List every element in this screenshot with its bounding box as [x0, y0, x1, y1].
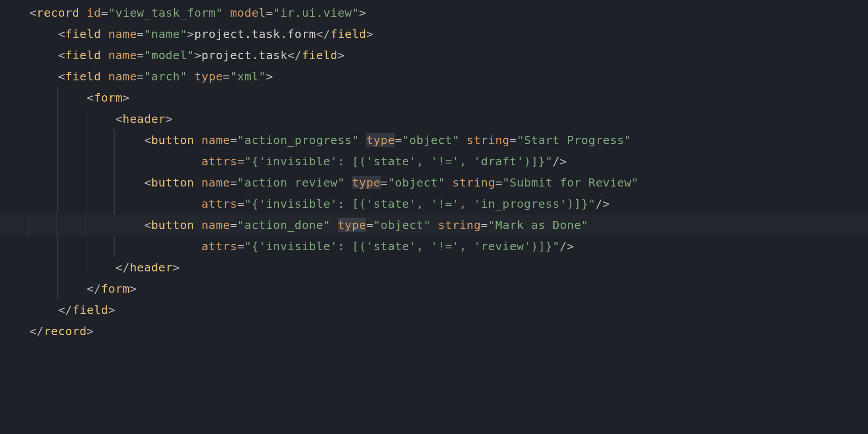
token-punc: <	[58, 27, 65, 41]
token-str: "model"	[144, 48, 194, 62]
token-punc: =	[237, 239, 245, 253]
token-punc: =	[237, 154, 245, 168]
code-line[interactable]: <field name="model">project.task</field>	[29, 45, 868, 66]
token-attr: string	[438, 218, 481, 232]
token-punc: <	[144, 176, 151, 189]
code-line[interactable]: attrs="{'invisible': [('state', '!=', 'i…	[29, 193, 868, 215]
code-line[interactable]: <record id="view_task_form" model="ir.ui…	[29, 2, 868, 23]
token-tag: field	[65, 27, 101, 41]
token-punc: >	[187, 27, 194, 41]
token-str: "action_review"	[237, 176, 345, 189]
token-attr: id	[87, 6, 101, 19]
token-punc: >	[266, 70, 273, 83]
token-punc: />	[560, 239, 574, 253]
token-attr: model	[230, 6, 266, 19]
token-punc: <	[115, 112, 123, 126]
token-punc: >	[165, 112, 173, 126]
token-str: "Start Progress"	[517, 133, 632, 147]
token-punc: </	[58, 303, 72, 317]
token-punc: =	[495, 176, 503, 189]
token-punc: =	[366, 218, 373, 232]
token-punc: <	[87, 91, 94, 104]
code-line[interactable]: </header>	[29, 257, 868, 278]
token-punc: =	[266, 6, 273, 19]
token-txt	[445, 176, 453, 189]
token-txt	[80, 6, 87, 19]
code-editor[interactable]: <record id="view_task_form" model="ir.ui…	[0, 0, 868, 342]
code-line[interactable]: <button name="action_review" type="objec…	[29, 172, 868, 193]
token-punc: >	[87, 324, 94, 338]
token-str: "action_progress"	[237, 133, 359, 147]
token-punc: =	[137, 70, 144, 83]
token-punc: </	[87, 282, 101, 295]
code-line[interactable]: </form>	[29, 278, 868, 299]
token-tag: field	[72, 303, 108, 317]
token-punc: =	[381, 176, 388, 189]
code-line[interactable]: </record>	[29, 321, 868, 342]
token-punc: >	[108, 303, 115, 317]
token-str: "{'invisible': [('state', '!=', 'in_prog…	[245, 197, 596, 210]
token-punc: >	[123, 91, 130, 104]
token-punc: <	[58, 70, 65, 83]
token-punc: =	[137, 48, 144, 62]
token-tag: field	[330, 27, 366, 41]
code-line[interactable]: <field name="name">project.task.form</fi…	[29, 23, 868, 45]
token-txt	[194, 218, 202, 232]
token-tag: button	[151, 133, 194, 147]
code-line[interactable]: <button name="action_progress" type="obj…	[29, 130, 868, 151]
code-line[interactable]: <button name="action_done" type="object"…	[0, 215, 868, 236]
code-line[interactable]: </field>	[29, 299, 868, 321]
token-str: "xml"	[230, 70, 266, 83]
token-txt	[459, 133, 467, 147]
token-punc: >	[338, 48, 345, 62]
token-punc: =	[230, 176, 237, 189]
token-str: "object"	[402, 133, 459, 147]
code-line[interactable]: attrs="{'invisible': [('state', '!=', 'd…	[29, 151, 868, 172]
token-tag: field	[65, 48, 101, 62]
token-punc: />	[595, 197, 610, 210]
code-line[interactable]: attrs="{'invisible': [('state', '!=', 'r…	[29, 236, 868, 257]
token-attr: string	[467, 133, 509, 147]
code-line[interactable]: <field name="arch" type="xml">	[29, 66, 868, 87]
token-txt	[223, 6, 230, 19]
token-tag: button	[151, 218, 194, 232]
token-attr: name	[201, 176, 230, 189]
token-txt	[330, 218, 338, 232]
token-txt: project.task.form	[194, 27, 316, 41]
token-txt	[101, 70, 108, 83]
token-tag: field	[65, 70, 101, 83]
token-punc: =	[481, 218, 488, 232]
token-attr: name	[201, 218, 230, 232]
token-punc: =	[223, 70, 230, 83]
token-tag: header	[130, 261, 173, 274]
token-str: "{'invisible': [('state', '!=', 'review'…	[245, 239, 560, 253]
token-txt	[101, 27, 108, 41]
code-line[interactable]: <form>	[29, 87, 868, 108]
token-punc: >	[173, 261, 180, 274]
token-txt	[194, 133, 202, 147]
token-str: "object"	[373, 218, 431, 232]
token-attr: name	[201, 133, 230, 147]
token-attr: attrs	[201, 239, 237, 253]
token-punc: </	[29, 324, 44, 338]
token-punc: >	[194, 48, 202, 62]
token-punc: <	[144, 218, 151, 232]
token-str: "Submit for Review"	[502, 176, 638, 189]
code-line[interactable]: <header>	[29, 108, 868, 130]
token-punc: >	[130, 282, 137, 295]
token-punc: =	[395, 133, 402, 147]
token-punc: =	[509, 133, 517, 147]
token-punc: =	[237, 197, 245, 210]
token-attr: type	[352, 176, 380, 189]
token-str: "Mark as Done"	[488, 218, 589, 232]
token-txt: project.task	[202, 48, 288, 62]
token-punc: <	[144, 133, 151, 147]
token-attr: string	[452, 176, 495, 189]
token-str: "view_task_form"	[108, 6, 223, 19]
token-punc: >	[366, 27, 373, 41]
token-punc: =	[101, 6, 108, 19]
token-attr: type	[194, 70, 223, 83]
token-attr: attrs	[201, 197, 237, 210]
token-str: "arch"	[144, 70, 187, 83]
token-tag: record	[37, 6, 80, 19]
